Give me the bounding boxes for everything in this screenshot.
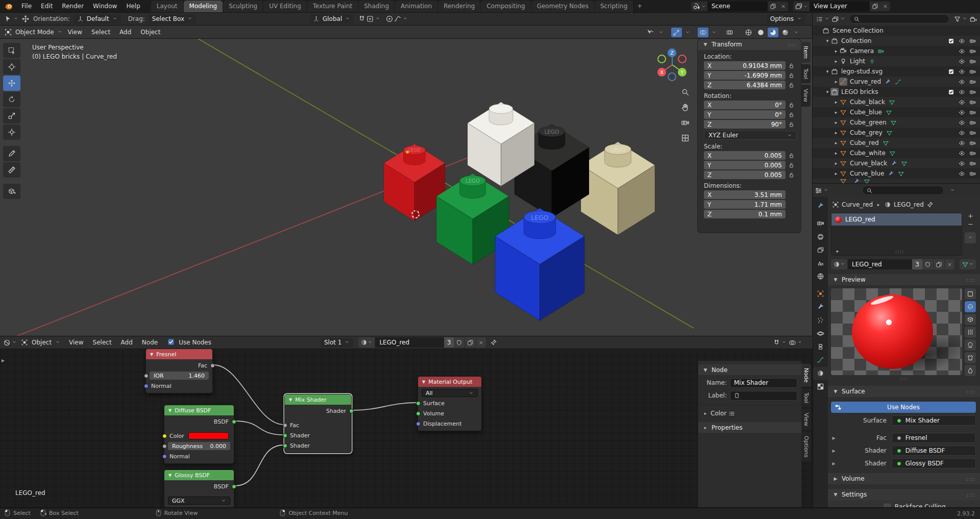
lock-icon[interactable] bbox=[788, 82, 795, 88]
check-toggle-icon[interactable] bbox=[948, 38, 954, 44]
transform-panel-header[interactable]: ▼Transform:::: bbox=[698, 39, 801, 50]
slot-dropdown[interactable]: Slot 1 bbox=[321, 338, 353, 348]
node-sidebar-tab-options[interactable]: Options bbox=[801, 432, 811, 461]
sidebar-tab-view[interactable]: View bbox=[801, 85, 811, 106]
node-diffuse-bsdf[interactable]: ▼Diffuse BSDFBSDFColorRoughness0.000Norm… bbox=[164, 405, 234, 464]
camera-toggle-icon[interactable] bbox=[969, 48, 976, 55]
settings-panel-header[interactable]: ▼Settings:::: bbox=[828, 489, 980, 500]
node-mix-shader[interactable]: ▼Mix ShaderShaderFacShaderShader bbox=[284, 394, 352, 453]
output-socket[interactable] bbox=[232, 419, 236, 424]
selectability-visibility-dropdown[interactable] bbox=[645, 28, 655, 37]
lock-icon[interactable] bbox=[788, 162, 795, 168]
eye-toggle-icon[interactable] bbox=[959, 140, 965, 146]
properties-tab-modifiers[interactable] bbox=[813, 301, 828, 313]
outliner-row-cube-white[interactable]: ▸Cube_white bbox=[813, 148, 980, 158]
workspace-tab-shading[interactable]: Shading bbox=[358, 1, 395, 12]
sidebar-tab-item[interactable]: Item bbox=[801, 42, 811, 63]
tool-cursor-button[interactable] bbox=[3, 59, 20, 75]
gizmo-minus-y-axis[interactable] bbox=[657, 55, 666, 63]
outliner-row-scene-collection[interactable]: Scene Collection bbox=[813, 26, 980, 36]
gizmo-x-axis[interactable]: X bbox=[657, 68, 666, 77]
eye-toggle-icon[interactable] bbox=[959, 160, 965, 167]
node-menu-select[interactable]: Select bbox=[88, 338, 116, 347]
value-slider-z[interactable]: Z90° bbox=[704, 120, 786, 129]
input-socket[interactable] bbox=[144, 374, 149, 378]
preview-panel-header[interactable]: ▼Preview:::: bbox=[828, 274, 980, 285]
value-slider-z[interactable]: Z6.4384 mm bbox=[704, 81, 786, 89]
overlays-toggle[interactable] bbox=[789, 339, 802, 347]
workspace-tab-layout[interactable]: Layout bbox=[151, 1, 183, 12]
outliner-row-curve-black[interactable]: ▸Curve_black bbox=[813, 158, 980, 168]
node-sidebar-tab-view[interactable]: View bbox=[801, 409, 811, 430]
tool-rotate-button[interactable] bbox=[3, 92, 20, 107]
node-material-output[interactable]: ▼Material OutputAllSurfaceVolumeDisplace… bbox=[418, 376, 482, 431]
navigation-gizmo[interactable]: XYZ bbox=[655, 48, 689, 82]
backface-culling-checkbox[interactable] bbox=[884, 504, 891, 508]
scene-icon[interactable] bbox=[691, 2, 707, 11]
input-socket[interactable] bbox=[162, 444, 167, 449]
users-count-button[interactable]: 3 bbox=[912, 259, 922, 269]
preview-shaderball-button[interactable] bbox=[965, 339, 976, 351]
eye-toggle-icon[interactable] bbox=[959, 170, 965, 177]
node-breadcrumb-arrow[interactable]: ▸ bbox=[2, 357, 5, 364]
properties-editor-type-dropdown[interactable] bbox=[815, 187, 828, 194]
shading-solid-button[interactable] bbox=[755, 28, 766, 37]
eye-toggle-icon[interactable] bbox=[959, 58, 965, 65]
options-dropdown[interactable]: Options bbox=[767, 14, 805, 24]
value-slider-z[interactable]: Z0.005 bbox=[704, 170, 786, 179]
eye-toggle-icon[interactable] bbox=[959, 150, 965, 157]
snap-settings-dropdown[interactable] bbox=[366, 15, 380, 23]
tool-add-cube-button[interactable] bbox=[3, 184, 20, 199]
value-slider-y[interactable]: Y0° bbox=[704, 110, 786, 119]
outliner-search-input[interactable] bbox=[849, 14, 949, 23]
eye-toggle-icon[interactable] bbox=[959, 109, 965, 116]
camera-toggle-icon[interactable] bbox=[969, 150, 976, 157]
node-sidebar-tab-node[interactable]: Node bbox=[801, 364, 811, 387]
workspace-tab-sculpting[interactable]: Sculpting bbox=[223, 1, 263, 12]
menu-file[interactable]: File bbox=[17, 2, 36, 11]
properties-tab-view-layer[interactable] bbox=[813, 243, 828, 256]
new-material-button[interactable] bbox=[934, 259, 945, 269]
pin-toggle[interactable] bbox=[490, 339, 497, 346]
breadcrumb-material[interactable]: LEGO_red bbox=[894, 201, 924, 208]
properties-tab-output[interactable] bbox=[813, 230, 828, 243]
tool-measure-button[interactable] bbox=[3, 162, 20, 178]
lock-icon[interactable] bbox=[788, 72, 795, 79]
outliner-row-cube-blue[interactable]: ▸Cube_blue bbox=[813, 107, 980, 117]
camera-toggle-icon[interactable] bbox=[969, 119, 976, 126]
input-socket[interactable] bbox=[162, 434, 167, 438]
eye-toggle-icon[interactable] bbox=[959, 130, 965, 136]
preview-cube-button[interactable] bbox=[965, 314, 976, 325]
lock-icon[interactable] bbox=[788, 152, 795, 159]
show-gizmo-toggle-dropdown[interactable] bbox=[683, 28, 692, 37]
preview-cloth-button[interactable] bbox=[965, 352, 976, 363]
camera-view-icon[interactable] bbox=[681, 118, 690, 127]
node-fresnel[interactable]: ▼FresnelFacIOR1.460Normal bbox=[145, 349, 213, 393]
outliner-row-cube-grey[interactable]: ▸Cube_grey bbox=[813, 128, 980, 138]
shader-link-button[interactable]: Diffuse BSDF bbox=[892, 446, 976, 456]
input-socket[interactable] bbox=[416, 422, 421, 426]
tool-move-button[interactable] bbox=[3, 76, 20, 91]
eye-toggle-icon[interactable] bbox=[959, 68, 965, 75]
shader-type-dropdown[interactable]: Object bbox=[21, 339, 60, 346]
active-tool-button[interactable] bbox=[4, 15, 18, 23]
node-panel-header[interactable]: ▼Node bbox=[698, 364, 801, 375]
menu-edit[interactable]: Edit bbox=[36, 2, 57, 11]
value-slider-z[interactable]: Z0.1 mm bbox=[704, 210, 786, 218]
value-slider-x[interactable]: X0.91043 mm bbox=[704, 61, 786, 70]
brick-red[interactable]: LEGO bbox=[384, 144, 445, 221]
fake-user-shield-button[interactable] bbox=[454, 337, 465, 348]
outliner-filter-mode-dropdown[interactable] bbox=[831, 15, 845, 23]
move-tool-indicator-icon[interactable] bbox=[21, 15, 30, 23]
node-canvas[interactable]: ▼FresnelFacIOR1.460Normal▼Diffuse BSDFBS… bbox=[0, 349, 813, 508]
material-slot-row[interactable]: LEGO_red bbox=[831, 213, 962, 226]
gizmo-minus-z-axis[interactable] bbox=[668, 72, 676, 81]
node-menu-node[interactable]: Node bbox=[137, 338, 162, 347]
fake-user-shield-button[interactable] bbox=[922, 259, 934, 269]
scene-new-icon[interactable] bbox=[768, 2, 778, 11]
gizmo-minus-x-axis[interactable] bbox=[678, 55, 687, 63]
input-socket[interactable] bbox=[283, 433, 287, 438]
view-layer-new-icon[interactable] bbox=[870, 2, 880, 11]
shading-dropdown[interactable] bbox=[792, 28, 800, 37]
workspace-tab-animation[interactable]: Animation bbox=[395, 1, 437, 12]
